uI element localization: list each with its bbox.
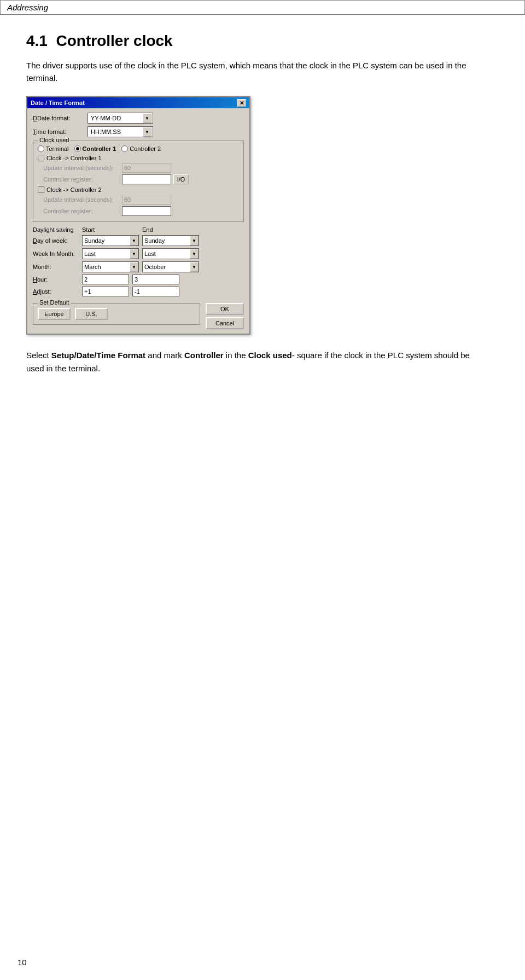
day-of-week-row: Day of week: Sunday ▼ Sunday ▼ — [33, 235, 244, 246]
controller-register1-row: Controller register: I/O — [43, 174, 239, 184]
time-format-value: HH:MM:SS — [89, 129, 143, 135]
io-button[interactable]: I/O — [173, 174, 189, 184]
dialog-titlebar: Date / Time Format ✕ — [27, 97, 249, 108]
dow-label: Day of week: — [33, 237, 82, 244]
bottom-text-bold1: Setup/Date/Time Format — [51, 351, 145, 360]
ok-button-label: OK — [220, 306, 229, 312]
page-number: 10 — [18, 958, 27, 967]
bottom-paragraph: Select Setup/Date/Time Format and mark C… — [26, 349, 475, 375]
dialog-body: DDate format: YY-MM-DD ▼ Time format: HH… — [27, 108, 249, 334]
breadcrumb: Addressing — [0, 0, 525, 15]
controller-register2-label: Controller register: — [43, 208, 120, 214]
adjust-end-input[interactable] — [132, 287, 179, 296]
controller1-radio-circle[interactable] — [74, 145, 81, 152]
terminal-radio-label: Terminal — [46, 145, 69, 152]
clock-ctrl1-checkbox-row: Clock -> Controller 1 — [38, 155, 239, 161]
dow-end-arrow[interactable]: ▼ — [190, 236, 199, 246]
date-format-arrow[interactable]: ▼ — [143, 113, 151, 123]
clock-ctrl2-checkbox[interactable] — [38, 186, 44, 193]
us-button-label: U.S. — [85, 311, 97, 317]
update-interval2-input[interactable] — [122, 195, 171, 205]
clock-ctrl1-label: Clock -> Controller 1 — [46, 155, 102, 161]
us-button[interactable]: U.S. — [75, 308, 108, 320]
clock-ctrl2-subsection: Update interval (seconds): Controller re… — [43, 195, 239, 216]
ds-end-header: End — [142, 226, 202, 233]
radio-controller1[interactable]: Controller 1 — [74, 145, 116, 152]
ds-header-label: Daylight saving — [33, 226, 82, 233]
wim-end-select[interactable]: Last ▼ — [142, 248, 199, 259]
week-in-month-row: Week In Month: Last ▼ Last ▼ — [33, 248, 244, 259]
update-interval1-row: Update interval (seconds): — [43, 163, 239, 173]
month-end-arrow[interactable]: ▼ — [190, 262, 199, 272]
europe-button[interactable]: Europe — [38, 308, 71, 320]
month-label: Month: — [33, 264, 82, 270]
bottom-text-bold3: Clock used — [248, 351, 292, 360]
radio-terminal[interactable]: Terminal — [38, 145, 69, 152]
wim-end-value: Last — [143, 250, 190, 257]
date-format-row: DDate format: YY-MM-DD ▼ — [33, 113, 244, 124]
controller2-radio-circle[interactable] — [121, 145, 128, 152]
date-format-value: YY-MM-DD — [89, 115, 143, 121]
bottom-text-bold2: Controller — [184, 351, 224, 360]
controller-register2-input[interactable] — [122, 206, 171, 216]
controller-register1-input[interactable] — [122, 174, 171, 184]
month-end-value: October — [143, 264, 190, 270]
dow-start-arrow[interactable]: ▼ — [130, 236, 138, 246]
hour-label: Hour: — [33, 276, 82, 283]
dow-end-select[interactable]: Sunday ▼ — [142, 235, 199, 246]
time-format-arrow[interactable]: ▼ — [143, 127, 151, 137]
hour-end-input[interactable] — [132, 275, 179, 284]
update-interval1-label: Update interval (seconds): — [43, 165, 120, 171]
hour-row: Hour: — [33, 275, 244, 284]
section-title: 4.1 Controller clock — [26, 32, 499, 50]
dow-end-value: Sunday — [143, 237, 190, 244]
bottom-text-middle: and mark — [145, 351, 184, 360]
clock-ctrl2-label: Clock -> Controller 2 — [46, 186, 102, 193]
breadcrumb-label: Addressing — [7, 3, 48, 12]
time-format-label: Time format: — [33, 129, 88, 135]
europe-button-label: Europe — [44, 311, 63, 317]
month-row: Month: March ▼ October ▼ — [33, 261, 244, 272]
cancel-button-label: Cancel — [215, 320, 234, 326]
section-title-text: Controller clock — [56, 32, 173, 49]
month-start-value: March — [83, 264, 130, 270]
date-time-format-dialog[interactable]: Date / Time Format ✕ DDate format: YY-MM… — [26, 96, 250, 335]
clock-used-title: Clock used — [38, 137, 71, 143]
ok-cancel-column: OK Cancel — [206, 303, 244, 329]
hour-start-input[interactable] — [82, 275, 129, 284]
intro-text: The driver supports use of the clock in … — [26, 61, 466, 83]
adjust-label: Adjust: — [33, 288, 82, 295]
wim-end-arrow[interactable]: ▼ — [190, 249, 199, 259]
bottom-row: Set Default Europe U.S. OK — [33, 300, 244, 329]
ok-button[interactable]: OK — [206, 303, 244, 315]
radio-controller2[interactable]: Controller 2 — [121, 145, 161, 152]
intro-paragraph: The driver supports use of the clock in … — [26, 60, 475, 84]
update-interval2-label: Update interval (seconds): — [43, 196, 120, 203]
terminal-radio-circle[interactable] — [38, 145, 44, 152]
ds-header-row: Daylight saving Start End — [33, 226, 244, 233]
section-number: 4.1 — [26, 32, 48, 49]
clock-ctrl1-checkbox[interactable] — [38, 155, 44, 161]
time-format-select[interactable]: HH:MM:SS ▼ — [88, 126, 153, 137]
controller-register2-row: Controller register: — [43, 206, 239, 216]
clock-radio-row: Terminal Controller 1 Controller 2 — [38, 145, 239, 152]
dialog-image-wrapper: Date / Time Format ✕ DDate format: YY-MM… — [26, 96, 499, 335]
dialog-close-button[interactable]: ✕ — [237, 99, 246, 107]
month-end-select[interactable]: October ▼ — [142, 261, 199, 272]
update-interval2-row: Update interval (seconds): — [43, 195, 239, 205]
page-number-text: 10 — [18, 958, 27, 967]
wim-start-select[interactable]: Last ▼ — [82, 248, 139, 259]
date-format-select[interactable]: YY-MM-DD ▼ — [88, 113, 153, 124]
month-start-select[interactable]: March ▼ — [82, 261, 139, 272]
dow-start-select[interactable]: Sunday ▼ — [82, 235, 139, 246]
clock-ctrl2-checkbox-row: Clock -> Controller 2 — [38, 186, 239, 193]
clock-ctrl1-subsection: Update interval (seconds): Controller re… — [43, 163, 239, 184]
cancel-button[interactable]: Cancel — [206, 317, 244, 329]
ds-start-header: Start — [82, 226, 142, 233]
update-interval1-input[interactable] — [122, 163, 171, 173]
time-format-row: Time format: HH:MM:SS ▼ — [33, 126, 244, 137]
adjust-row: Adjust: — [33, 287, 244, 296]
adjust-start-input[interactable] — [82, 287, 129, 296]
wim-start-arrow[interactable]: ▼ — [130, 249, 138, 259]
month-start-arrow[interactable]: ▼ — [130, 262, 138, 272]
